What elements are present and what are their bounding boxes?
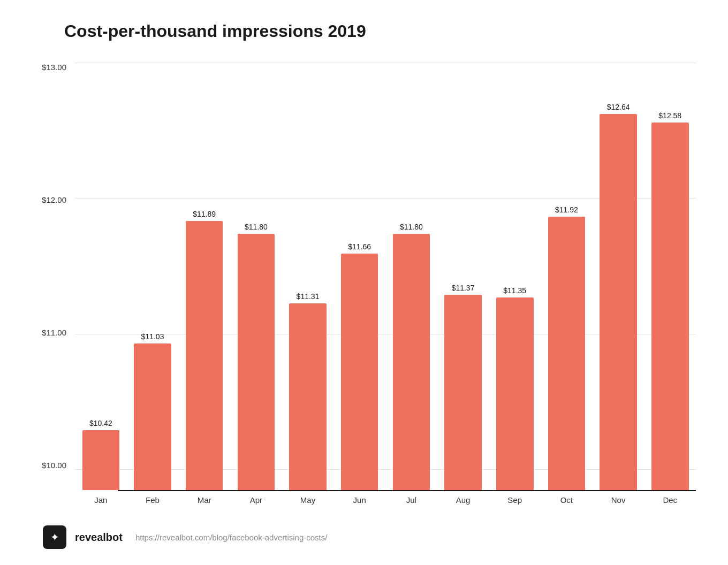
bar — [238, 234, 275, 490]
bar-value-label: $12.64 — [607, 103, 630, 111]
x-axis-label: Nov — [593, 495, 644, 505]
footer: ✦ revealbot https://revealbot.com/blog/f… — [43, 525, 327, 549]
bar-value-label: $11.37 — [452, 284, 475, 292]
bar-group: $12.64 — [593, 63, 644, 490]
bar — [651, 123, 689, 490]
bar-value-label: $10.42 — [89, 419, 112, 427]
bar — [600, 114, 637, 490]
chart-area: $13.00$12.00$11.00$10.00 $10.42$11.03$11… — [32, 63, 696, 491]
bar-value-label: $11.03 — [141, 332, 164, 341]
x-axis-label: Oct — [541, 495, 593, 505]
logo-box: ✦ — [43, 525, 66, 549]
bar-value-label: $11.66 — [348, 242, 371, 251]
x-axis-label: Dec — [644, 495, 696, 505]
bar — [496, 297, 534, 490]
bar — [289, 303, 327, 490]
bar-value-label: $11.80 — [245, 223, 268, 231]
bar — [393, 234, 430, 490]
bar-value-label: $11.35 — [503, 286, 526, 295]
x-axis: JanFebMarAprMayJunJulAugSepOctNovDec — [32, 491, 696, 513]
bar — [548, 217, 586, 490]
bar-value-label: $11.89 — [193, 210, 216, 218]
y-axis-label: $11.00 — [42, 328, 66, 337]
bar-group: $11.89 — [178, 63, 230, 490]
bar — [134, 343, 171, 490]
chart-title: Cost-per-thousand impressions 2019 — [64, 21, 366, 41]
y-axis-label: $13.00 — [42, 63, 66, 72]
x-axis-label: Feb — [127, 495, 179, 505]
bar-group: $11.03 — [127, 63, 179, 490]
x-axis-label: Jun — [333, 495, 385, 505]
bars-and-grid: $10.42$11.03$11.89$11.80$11.31$11.66$11.… — [75, 63, 696, 491]
x-axis-label: Jan — [75, 495, 127, 505]
bar-group: $11.37 — [437, 63, 489, 490]
bar — [341, 254, 378, 490]
bar-group: $11.80 — [230, 63, 282, 490]
bar-value-label: $11.80 — [400, 223, 423, 231]
x-axis-label: Apr — [230, 495, 282, 505]
logo-icon: ✦ — [50, 531, 59, 544]
bars-row: $10.42$11.03$11.89$11.80$11.31$11.66$11.… — [75, 63, 696, 490]
bar-group: $11.31 — [282, 63, 334, 490]
bar-group: $11.35 — [489, 63, 541, 490]
bar-value-label: $12.58 — [658, 111, 681, 120]
x-axis-label: Jul — [385, 495, 437, 505]
chart-container: $13.00$12.00$11.00$10.00 $10.42$11.03$11… — [32, 63, 696, 513]
x-axis-line — [118, 490, 696, 491]
bar-value-label: $11.92 — [555, 205, 578, 214]
y-axis-label: $12.00 — [42, 195, 66, 204]
footer-url: https://revealbot.com/blog/facebook-adve… — [135, 533, 328, 542]
bar-value-label: $11.31 — [297, 292, 320, 301]
bar-group: $11.80 — [385, 63, 437, 490]
bar — [82, 430, 120, 490]
bar-group: $12.58 — [644, 63, 696, 490]
x-axis-label: May — [282, 495, 334, 505]
bar — [186, 221, 223, 490]
bar-group: $10.42 — [75, 63, 127, 490]
y-axis-label: $10.00 — [42, 461, 66, 470]
bar-group: $11.66 — [333, 63, 385, 490]
x-axis-label: Aug — [437, 495, 489, 505]
y-axis: $13.00$12.00$11.00$10.00 — [32, 63, 75, 491]
bar-group: $11.92 — [541, 63, 593, 490]
bar — [444, 295, 482, 490]
brand-name: revealbot — [75, 531, 123, 544]
x-axis-label: Mar — [178, 495, 230, 505]
x-axis-label: Sep — [489, 495, 541, 505]
